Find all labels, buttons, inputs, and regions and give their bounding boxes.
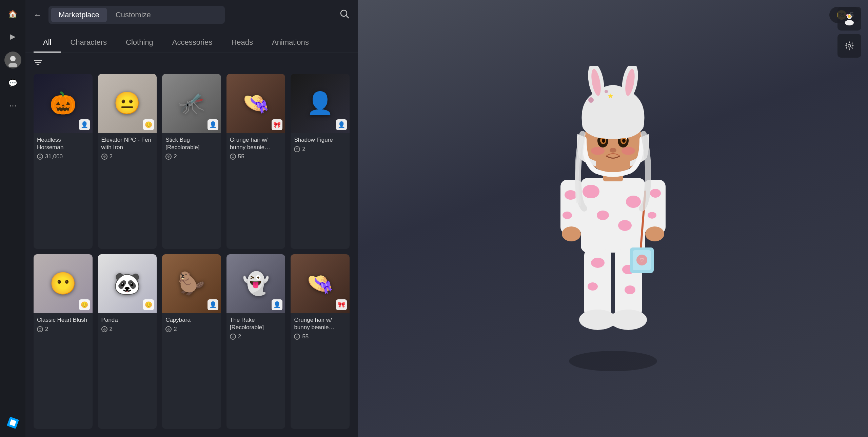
item-info: Panda ⊙ 2 [98, 313, 157, 337]
robux-icon: ⊙ [101, 326, 107, 332]
item-thumb: 🐼 😊 [98, 254, 157, 313]
cat-tab-accessories[interactable]: Accessories [163, 33, 222, 53]
cat-tab-heads[interactable]: Heads [222, 33, 262, 53]
preview-controls: 😊 [837, 7, 861, 58]
main-panel: ← Marketplace Customize All Characters C… [25, 0, 358, 437]
svg-point-20 [597, 211, 609, 220]
svg-point-62 [588, 97, 594, 103]
svg-point-52 [622, 139, 626, 143]
sidebar: 🏠 ▶ 💬 ⋯ [0, 0, 25, 437]
svg-point-33 [562, 226, 581, 241]
preview-panel: R$ 5 😊 [358, 0, 868, 437]
svg-point-16 [569, 351, 657, 371]
item-info: The Rake [Recolorable] ⊙ 2 [226, 313, 285, 344]
tab-customize[interactable]: Customize [108, 8, 158, 22]
item-card-rake[interactable]: 👻 👤 The Rake [Recolorable] ⊙ 2 [226, 254, 285, 429]
item-info: Capybara ⊙ 2 [162, 313, 221, 337]
item-name: Panda [101, 316, 154, 324]
item-thumb: 🎃 👤 [34, 74, 93, 133]
item-info: Stick Bug [Recolorable] ⊙ 2 [162, 133, 221, 164]
item-card-stick-bug[interactable]: 🦟 👤 Stick Bug [Recolorable] ⊙ 2 [162, 74, 221, 249]
price-value: 55 [302, 333, 309, 340]
svg-point-27 [625, 285, 635, 294]
back-button[interactable]: ← [34, 10, 42, 20]
cat-tab-clothing[interactable]: Clothing [116, 33, 163, 53]
price-value: 2 [45, 326, 48, 333]
price-value: 2 [110, 326, 113, 333]
item-thumb: 🦫 👤 [162, 254, 221, 313]
tab-marketplace[interactable]: Marketplace [51, 8, 107, 22]
item-price: ⊙ 55 [230, 153, 282, 160]
item-type-badge: 👤 [208, 119, 218, 130]
svg-text:⭐: ⭐ [608, 93, 613, 98]
svg-line-6 [346, 15, 349, 18]
item-name: Headless Horseman [37, 136, 89, 151]
item-name: Classic Heart Blush [37, 316, 89, 324]
cat-tab-animations[interactable]: Animations [262, 33, 318, 53]
svg-point-21 [618, 220, 632, 231]
sidebar-more-icon[interactable]: ⋯ [5, 98, 20, 113]
price-value: 2 [174, 326, 177, 333]
sidebar-home-icon[interactable]: 🏠 [5, 7, 20, 22]
svg-point-37 [645, 226, 664, 241]
item-info: Shadow Figure ⊙ 2 [291, 133, 350, 157]
settings-button[interactable] [837, 34, 861, 58]
svg-point-36 [648, 212, 656, 219]
svg-point-29 [610, 310, 647, 330]
svg-point-26 [588, 282, 598, 291]
filter-button[interactable] [34, 58, 42, 66]
items-grid: 🎃 👤 Headless Horseman ⊙ 31,000 😐 😊 Eleva… [25, 71, 358, 437]
item-info: Grunge hair w/ bunny beanie… ⊙ 55 [291, 313, 350, 344]
item-thumb: 👻 👤 [226, 254, 285, 313]
item-price: ⊙ 2 [165, 326, 218, 333]
item-price: ⊙ 2 [165, 153, 218, 160]
item-info: Headless Horseman ⊙ 31,000 [34, 133, 93, 164]
item-thumb: 👒 🎀 [226, 74, 285, 133]
item-thumb: 👤 👤 [291, 74, 350, 133]
robux-icon: ⊙ [230, 334, 236, 340]
item-name: Elevator NPC - Feri with Iron [101, 136, 154, 151]
item-price: ⊙ 55 [294, 333, 346, 340]
robux-icon: ⊙ [294, 334, 300, 340]
item-card-capybara[interactable]: 🦫 👤 Capybara ⊙ 2 [162, 254, 221, 429]
item-price: ⊙ 2 [101, 326, 154, 333]
cat-tab-all[interactable]: All [34, 33, 61, 53]
svg-point-54 [591, 147, 605, 155]
robux-icon: ⊙ [37, 154, 43, 160]
roblox-logo [5, 415, 20, 430]
sidebar-avatar[interactable] [4, 52, 21, 68]
outfit-preview-button[interactable]: 😊 [837, 7, 861, 31]
robux-icon: ⊙ [165, 326, 172, 332]
price-value: 2 [110, 153, 113, 160]
svg-point-18 [583, 185, 599, 198]
item-card-elevator-npc[interactable]: 😐 😊 Elevator NPC - Feri with Iron ⊙ 2 [98, 74, 157, 249]
item-card-classic-heart-blush[interactable]: 😶 😊 Classic Heart Blush ⊙ 2 [34, 254, 93, 429]
item-name: Capybara [165, 316, 218, 324]
item-card-panda[interactable]: 🐼 😊 Panda ⊙ 2 [98, 254, 157, 429]
item-thumb: 👒 🎀 [291, 254, 350, 313]
svg-point-32 [563, 212, 572, 219]
robux-icon: ⊙ [37, 326, 43, 332]
item-info: Classic Heart Blush ⊙ 2 [34, 313, 93, 337]
svg-text:😊: 😊 [848, 15, 851, 18]
item-price: ⊙ 31,000 [37, 153, 89, 160]
item-card-shadow-figure[interactable]: 👤 👤 Shadow Figure ⊙ 2 [291, 74, 350, 249]
item-type-badge: 🎀 [336, 299, 347, 310]
sidebar-chat-icon[interactable]: 💬 [5, 76, 20, 91]
search-button[interactable] [339, 9, 350, 21]
item-card-headless-horseman[interactable]: 🎃 👤 Headless Horseman ⊙ 31,000 [34, 74, 93, 249]
svg-point-1 [10, 56, 16, 61]
sidebar-play-icon[interactable]: ▶ [5, 29, 20, 44]
item-card-grunge-hair[interactable]: 👒 🎀 Grunge hair w/ bunny beanie… ⊙ 55 [226, 74, 285, 249]
item-thumb: 🦟 👤 [162, 74, 221, 133]
item-type-badge: 😊 [143, 119, 154, 130]
svg-point-53 [610, 148, 616, 153]
item-info: Elevator NPC - Feri with Iron ⊙ 2 [98, 133, 157, 164]
filter-bar [25, 53, 358, 71]
item-card-grunge-hair2[interactable]: 👒 🎀 Grunge hair w/ bunny beanie… ⊙ 55 [291, 254, 350, 429]
svg-point-24 [591, 258, 605, 268]
item-price: ⊙ 2 [101, 153, 154, 160]
svg-point-14 [848, 44, 851, 47]
price-value: 55 [238, 153, 244, 160]
cat-tab-characters[interactable]: Characters [61, 33, 116, 53]
